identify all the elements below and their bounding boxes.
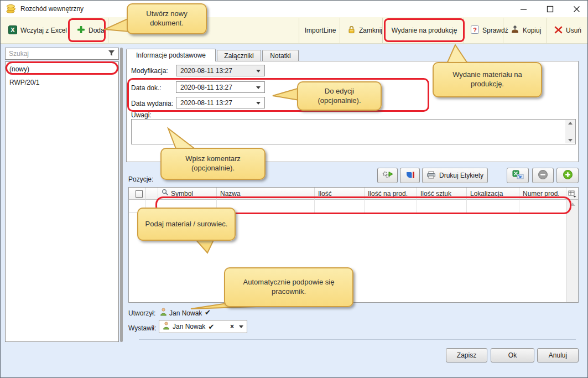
app-coins-icon <box>6 4 17 15</box>
question-icon: ? <box>471 25 479 35</box>
minus-circle-icon <box>538 169 548 182</box>
cell-numer-prod[interactable] <box>519 200 566 213</box>
importline-label: ImportLine <box>305 27 336 34</box>
remove-row-button[interactable] <box>532 168 554 183</box>
modification-datetime-value: 2020-08-11 13:27 <box>180 67 232 75</box>
cell-lokalizacja[interactable] <box>467 200 519 213</box>
column-header-nazwa[interactable]: Nazwa <box>217 188 315 200</box>
issue-to-production-button[interactable]: Wydanie na produkcję <box>385 17 464 44</box>
column-header-symbol[interactable]: Symbol <box>158 188 217 200</box>
excel-import-icon <box>512 170 524 181</box>
toolbar-separator <box>108 18 108 43</box>
select-all-checkbox[interactable] <box>136 190 143 198</box>
list-item-rwp[interactable]: RWP/20/1 <box>6 77 118 89</box>
importline-button[interactable]: ImportLine <box>301 17 340 44</box>
tab-informacje-podstawowe[interactable]: Informacje podstawowe <box>126 49 216 61</box>
table-scrollbar[interactable] <box>566 200 578 302</box>
minimize-button[interactable] <box>515 2 532 15</box>
tab-notatki[interactable]: Notatki <box>262 50 299 61</box>
column-header-ilosc[interactable]: Ilość <box>315 188 365 200</box>
column-label: Ilość <box>318 188 332 200</box>
save-label: Zapisz <box>457 351 476 359</box>
toolbar-separator <box>382 18 383 43</box>
toolbar-separator <box>340 18 340 43</box>
issued-by-dropdown[interactable]: Jan Nowak ✔ × <box>159 320 247 333</box>
column-header-lokalizacja[interactable]: Lokalizacja <box>467 188 519 200</box>
load-excel-label: Wczytaj z Excel <box>20 27 67 34</box>
callout-editable-dates: Do edycji (opcjonalnie). <box>297 81 382 111</box>
chevron-down-icon[interactable] <box>239 325 243 328</box>
column-label: Numer prod. <box>523 188 560 200</box>
tab-zalaczniki[interactable]: Załączniki <box>217 50 261 61</box>
chevron-down-icon <box>256 70 261 73</box>
issue-date-dropdown[interactable]: 2020-08-11 13:27 <box>176 97 265 108</box>
maximize-button[interactable] <box>542 2 558 15</box>
search-box <box>5 48 119 60</box>
label-scan-button[interactable] <box>400 168 420 183</box>
import-rows-excel-button[interactable] <box>507 168 529 183</box>
remarks-textarea[interactable] <box>132 120 565 143</box>
scroll-up-icon[interactable] <box>568 122 573 125</box>
issue-date-label: Data wydania: <box>131 99 173 108</box>
cancel-button[interactable]: Anuluj <box>537 348 579 363</box>
save-button[interactable]: Zapisz <box>446 348 487 363</box>
person-icon <box>160 308 167 318</box>
close-button[interactable] <box>568 2 585 15</box>
column-header-numer-prod[interactable]: Numer prod. <box>519 188 566 200</box>
cell-ilosc[interactable] <box>315 200 365 213</box>
svg-text:?: ? <box>473 27 477 33</box>
add-button[interactable]: Dodaj <box>72 17 110 44</box>
clear-selection-icon[interactable]: × <box>230 323 234 330</box>
copy-label: Kopiuj <box>523 27 541 34</box>
filter-funnel-icon[interactable] <box>108 50 115 58</box>
cell-ilosc-na-prod[interactable] <box>365 200 417 213</box>
close-doc-label: Zamknij <box>359 27 382 34</box>
positions-label: Pozycje: <box>128 175 153 184</box>
footer-separator <box>139 339 576 340</box>
callout-issue-production: Wydanie materiału na produkcję. <box>433 62 542 97</box>
column-header-ilosc-sztuk[interactable]: Ilość sztuk <box>417 188 467 200</box>
red-x-icon <box>554 26 563 35</box>
print-labels-label: Drukuj Etykiety <box>439 172 483 179</box>
add-label: Dodaj <box>89 27 106 34</box>
positions-table: Symbol Nazwa Ilość Ilość na prod. Ilość … <box>128 187 579 303</box>
delete-label: Usuń <box>566 27 581 34</box>
column-label: Nazwa <box>220 188 241 200</box>
add-row-button[interactable] <box>556 168 579 183</box>
created-by-label: Utworzył: <box>128 309 155 318</box>
column-header-ilosc-na-prod[interactable]: Ilość na prod. <box>365 188 417 200</box>
issue-date-value: 2020-08-11 13:27 <box>180 99 232 107</box>
callout-text: Wydanie materiału na produkcję. <box>438 70 537 89</box>
ok-button[interactable]: Ok <box>491 348 534 363</box>
scroll-up-icon[interactable] <box>570 203 575 206</box>
ok-label: Ok <box>508 351 517 359</box>
delete-button[interactable]: Usuń <box>550 17 586 44</box>
plus-icon <box>77 25 85 35</box>
splitter-handle[interactable] <box>120 48 123 342</box>
cell-ilosc-sztuk[interactable] <box>417 200 467 213</box>
excel-icon: X <box>8 25 17 36</box>
callout-new-document: Utwórz nowy dokument. <box>127 3 207 34</box>
doc-date-value: 2020-08-11 13:27 <box>180 84 232 91</box>
tab-label: Informacje podstawowe <box>136 51 206 59</box>
column-label: Ilość na prod. <box>368 188 408 200</box>
list-item-new[interactable]: (nowy) <box>6 64 118 75</box>
svg-text:X: X <box>11 27 15 33</box>
print-labels-button[interactable]: Drukuj Etykiety <box>422 168 488 183</box>
modification-datetime-dropdown[interactable]: 2020-08-11 13:27 <box>176 65 265 76</box>
load-excel-button[interactable]: X Wczytaj z Excel <box>4 17 71 44</box>
label-icon <box>405 170 415 181</box>
table-header: Symbol Nazwa Ilość Ilość na prod. Ilość … <box>129 188 578 200</box>
select-all-cell <box>129 188 146 200</box>
doc-date-dropdown[interactable]: 2020-08-11 13:27 <box>176 81 265 93</box>
remarks-scrollbar[interactable] <box>565 120 575 143</box>
link-operations-button[interactable] <box>377 168 398 183</box>
copy-button[interactable]: Kopiuj <box>506 17 545 44</box>
close-doc-button[interactable]: Zamknij <box>343 17 387 44</box>
issue-to-production-label: Wydanie na produkcję <box>392 27 457 34</box>
callout-text: Automatycznie podpowie się pracownik. <box>230 278 348 297</box>
toolbar-separator <box>299 18 299 43</box>
search-input[interactable] <box>9 50 108 58</box>
column-chooser-button[interactable] <box>566 188 578 200</box>
scroll-down-icon[interactable] <box>568 139 573 142</box>
